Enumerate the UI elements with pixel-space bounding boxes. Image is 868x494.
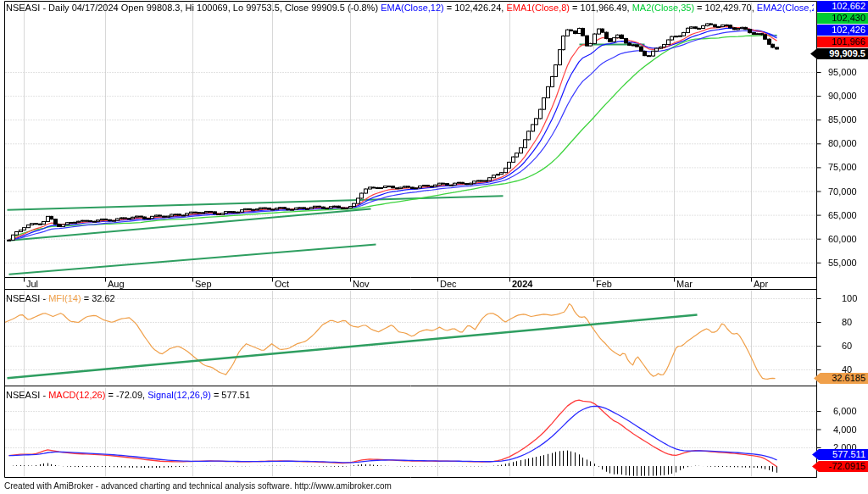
x-axis-month-label: Dec <box>440 279 457 289</box>
indicator-value-tag: 102,426 <box>817 25 868 36</box>
price-axis-label: 65,000 <box>828 210 857 220</box>
title-segment: EMA1(Close,8) <box>506 3 570 13</box>
title-segment: = 102,426.24, <box>444 3 507 13</box>
x-axis-month-label: Aug <box>108 279 125 289</box>
price-axis-label: 90,000 <box>828 91 857 101</box>
macd-axis-label: 4,000 <box>833 425 857 435</box>
mfi-value-tag: 32.6185 <box>814 373 868 384</box>
title-segment: Signal(12,26,9) <box>147 390 211 400</box>
x-axis-month-label: Apr <box>754 279 768 289</box>
footer-credit: Created with AmiBroker - advanced charti… <box>4 481 392 491</box>
indicator-value-tag: 102,662 <box>817 1 868 12</box>
x-axis-month-label: Mar <box>676 279 693 289</box>
title-segment: = -72.09, <box>105 390 147 400</box>
macd-axis-label: 6,000 <box>833 406 857 416</box>
signal-value-tag: 577.511 <box>812 449 868 460</box>
title-segment: NSEASI - <box>6 293 48 303</box>
mfi-axis-label: 100 <box>842 293 857 303</box>
title-segment: MACD(12,26) <box>48 390 105 400</box>
x-axis-month-label: Nov <box>353 279 370 289</box>
title-segment: MA2(Close,35) <box>632 3 694 13</box>
x-axis-month-label: Feb <box>596 279 612 289</box>
title-segment: = 577.51 <box>211 390 250 400</box>
title-segment: NSEASI - <box>6 390 48 400</box>
indicator-value-tag: 102,430 <box>817 13 868 24</box>
macd-value-tag: -72.0915 <box>812 461 868 472</box>
mfi-axis-label: 60 <box>842 341 852 351</box>
x-axis-month-label: Jul <box>26 279 38 289</box>
main-chart-title: NSEASI - Daily 04/17/2024 Open 99808.3, … <box>6 3 814 13</box>
mfi-panel-title: NSEASI - MFI(14) = 32.62 <box>6 293 814 303</box>
price-axis-label: 95,000 <box>828 67 857 77</box>
amibroker-chart-window: NSEASI - Daily 04/17/2024 Open 99808.3, … <box>0 0 868 494</box>
x-axis-month-label: Oct <box>275 279 289 289</box>
price-axis-label: 85,000 <box>828 114 857 125</box>
price-axis-label: 70,000 <box>828 186 857 197</box>
price-axis-label: 60,000 <box>828 234 857 244</box>
title-segment: NSEASI - Daily 04/17/2024 Open 99808.3, … <box>6 3 381 13</box>
mfi-axis-label: 80 <box>842 317 852 327</box>
title-segment: = 101,966.49, <box>570 3 632 13</box>
title-segment: = 102,429.70, <box>694 3 757 13</box>
x-axis-month-label: Sep <box>195 279 212 289</box>
price-axis-label: 80,000 <box>828 138 857 148</box>
macd-panel-title: NSEASI - MACD(12,26) = -72.09, Signal(12… <box>6 390 814 400</box>
x-axis-month-label: 2024 <box>512 279 532 289</box>
title-segment: EMA(Close,12) <box>381 3 444 13</box>
title-segment: EMA2(Close,2 <box>757 3 814 13</box>
last-price-tag: 99,909.5 <box>810 48 868 59</box>
title-segment: = 32.62 <box>81 293 115 303</box>
price-axis-label: 55,000 <box>828 258 857 268</box>
chart-plot-area[interactable] <box>0 0 868 494</box>
indicator-value-tag: 101,966 <box>817 36 868 47</box>
title-segment: MFI(14) <box>48 293 81 303</box>
price-axis-label: 75,000 <box>828 162 857 172</box>
